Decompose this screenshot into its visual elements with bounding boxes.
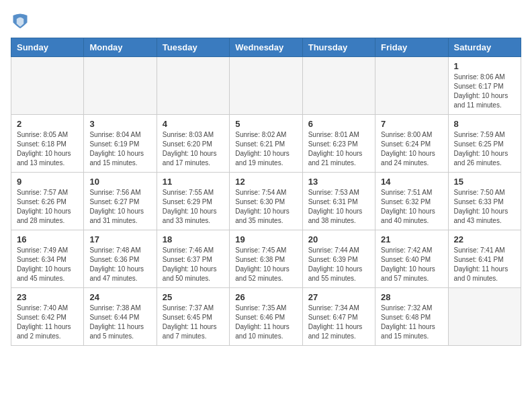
day-number: 5 bbox=[235, 119, 296, 129]
calendar-cell: 23Sunrise: 7:40 AM Sunset: 6:42 PM Dayli… bbox=[11, 288, 84, 346]
calendar-cell: 6Sunrise: 8:01 AM Sunset: 6:23 PM Daylig… bbox=[302, 115, 375, 173]
day-info: Sunrise: 7:40 AM Sunset: 6:42 PM Dayligh… bbox=[17, 304, 78, 341]
day-number: 11 bbox=[163, 177, 224, 187]
calendar-cell: 25Sunrise: 7:37 AM Sunset: 6:45 PM Dayli… bbox=[157, 288, 229, 346]
day-info: Sunrise: 8:02 AM Sunset: 6:21 PM Dayligh… bbox=[235, 130, 296, 168]
day-number: 12 bbox=[235, 177, 296, 187]
calendar-cell bbox=[157, 57, 229, 115]
day-number: 15 bbox=[454, 177, 515, 187]
day-info: Sunrise: 7:37 AM Sunset: 6:45 PM Dayligh… bbox=[163, 304, 224, 341]
day-info: Sunrise: 7:57 AM Sunset: 6:26 PM Dayligh… bbox=[17, 188, 78, 226]
day-info: Sunrise: 8:04 AM Sunset: 6:19 PM Dayligh… bbox=[89, 130, 150, 168]
calendar-cell: 20Sunrise: 7:44 AM Sunset: 6:39 PM Dayli… bbox=[302, 230, 375, 288]
calendar-cell: 18Sunrise: 7:46 AM Sunset: 6:37 PM Dayli… bbox=[157, 230, 229, 288]
calendar-cell: 2Sunrise: 8:05 AM Sunset: 6:18 PM Daylig… bbox=[11, 115, 84, 173]
day-number: 26 bbox=[235, 292, 296, 302]
calendar-body: 1Sunrise: 8:06 AM Sunset: 6:17 PM Daylig… bbox=[11, 57, 521, 346]
day-number: 20 bbox=[308, 234, 369, 244]
calendar-cell bbox=[230, 57, 302, 115]
day-number: 19 bbox=[235, 234, 296, 244]
day-number: 1 bbox=[454, 61, 515, 71]
day-number: 28 bbox=[381, 292, 442, 302]
day-number: 10 bbox=[89, 177, 150, 187]
calendar-cell: 3Sunrise: 8:04 AM Sunset: 6:19 PM Daylig… bbox=[84, 115, 157, 173]
day-info: Sunrise: 7:56 AM Sunset: 6:27 PM Dayligh… bbox=[89, 188, 150, 226]
day-number: 25 bbox=[163, 292, 224, 302]
day-info: Sunrise: 7:49 AM Sunset: 6:34 PM Dayligh… bbox=[17, 246, 78, 283]
calendar-cell: 13Sunrise: 7:53 AM Sunset: 6:31 PM Dayli… bbox=[302, 173, 375, 230]
calendar-header: SundayMondayTuesdayWednesdayThursdayFrid… bbox=[11, 38, 521, 57]
weekday-header-monday: Monday bbox=[84, 38, 157, 57]
calendar-cell: 17Sunrise: 7:48 AM Sunset: 6:36 PM Dayli… bbox=[84, 230, 157, 288]
day-number: 21 bbox=[381, 234, 442, 244]
weekday-header-saturday: Saturday bbox=[448, 38, 521, 57]
calendar-cell bbox=[11, 57, 84, 115]
day-info: Sunrise: 7:35 AM Sunset: 6:46 PM Dayligh… bbox=[235, 304, 296, 341]
day-info: Sunrise: 7:44 AM Sunset: 6:39 PM Dayligh… bbox=[308, 246, 369, 283]
calendar-week-5: 23Sunrise: 7:40 AM Sunset: 6:42 PM Dayli… bbox=[11, 288, 521, 346]
day-number: 6 bbox=[308, 119, 369, 129]
day-number: 7 bbox=[381, 119, 442, 129]
weekday-header-wednesday: Wednesday bbox=[230, 38, 302, 57]
day-info: Sunrise: 7:55 AM Sunset: 6:29 PM Dayligh… bbox=[163, 188, 224, 226]
day-number: 13 bbox=[308, 177, 369, 187]
day-info: Sunrise: 7:48 AM Sunset: 6:36 PM Dayligh… bbox=[89, 246, 150, 283]
day-number: 18 bbox=[163, 234, 224, 244]
day-info: Sunrise: 7:42 AM Sunset: 6:40 PM Dayligh… bbox=[381, 246, 442, 283]
weekday-header-tuesday: Tuesday bbox=[157, 38, 229, 57]
day-info: Sunrise: 7:32 AM Sunset: 6:48 PM Dayligh… bbox=[381, 304, 442, 341]
day-number: 23 bbox=[17, 292, 78, 302]
calendar-cell: 4Sunrise: 8:03 AM Sunset: 6:20 PM Daylig… bbox=[157, 115, 229, 173]
day-info: Sunrise: 7:51 AM Sunset: 6:32 PM Dayligh… bbox=[381, 188, 442, 226]
calendar-cell bbox=[375, 57, 448, 115]
calendar-table: SundayMondayTuesdayWednesdayThursdayFrid… bbox=[11, 38, 521, 346]
calendar-cell: 16Sunrise: 7:49 AM Sunset: 6:34 PM Dayli… bbox=[11, 230, 84, 288]
day-number: 9 bbox=[17, 177, 78, 187]
calendar-cell: 21Sunrise: 7:42 AM Sunset: 6:40 PM Dayli… bbox=[375, 230, 448, 288]
calendar-cell: 22Sunrise: 7:41 AM Sunset: 6:41 PM Dayli… bbox=[448, 230, 521, 288]
calendar-week-1: 1Sunrise: 8:06 AM Sunset: 6:17 PM Daylig… bbox=[11, 57, 521, 115]
day-info: Sunrise: 7:50 AM Sunset: 6:33 PM Dayligh… bbox=[454, 188, 515, 226]
day-info: Sunrise: 7:41 AM Sunset: 6:41 PM Dayligh… bbox=[454, 246, 515, 283]
day-number: 8 bbox=[454, 119, 515, 129]
calendar-cell: 19Sunrise: 7:45 AM Sunset: 6:38 PM Dayli… bbox=[230, 230, 302, 288]
calendar-cell: 27Sunrise: 7:34 AM Sunset: 6:47 PM Dayli… bbox=[302, 288, 375, 346]
day-number: 27 bbox=[308, 292, 369, 302]
day-number: 4 bbox=[163, 119, 224, 129]
day-info: Sunrise: 8:00 AM Sunset: 6:24 PM Dayligh… bbox=[381, 130, 442, 168]
calendar-cell: 10Sunrise: 7:56 AM Sunset: 6:27 PM Dayli… bbox=[84, 173, 157, 230]
day-number: 14 bbox=[381, 177, 442, 187]
calendar-cell: 1Sunrise: 8:06 AM Sunset: 6:17 PM Daylig… bbox=[448, 57, 521, 115]
calendar-cell bbox=[84, 57, 157, 115]
day-info: Sunrise: 8:01 AM Sunset: 6:23 PM Dayligh… bbox=[308, 130, 369, 168]
calendar-week-4: 16Sunrise: 7:49 AM Sunset: 6:34 PM Dayli… bbox=[11, 230, 521, 288]
day-info: Sunrise: 7:34 AM Sunset: 6:47 PM Dayligh… bbox=[308, 304, 369, 341]
logo-icon bbox=[11, 11, 30, 30]
calendar-cell: 26Sunrise: 7:35 AM Sunset: 6:46 PM Dayli… bbox=[230, 288, 302, 346]
header bbox=[11, 11, 521, 30]
calendar-cell: 9Sunrise: 7:57 AM Sunset: 6:26 PM Daylig… bbox=[11, 173, 84, 230]
calendar-cell: 11Sunrise: 7:55 AM Sunset: 6:29 PM Dayli… bbox=[157, 173, 229, 230]
day-number: 16 bbox=[17, 234, 78, 244]
day-info: Sunrise: 7:53 AM Sunset: 6:31 PM Dayligh… bbox=[308, 188, 369, 226]
day-number: 3 bbox=[89, 119, 150, 129]
weekday-header-row: SundayMondayTuesdayWednesdayThursdayFrid… bbox=[11, 38, 521, 57]
calendar-cell: 8Sunrise: 7:59 AM Sunset: 6:25 PM Daylig… bbox=[448, 115, 521, 173]
day-info: Sunrise: 7:59 AM Sunset: 6:25 PM Dayligh… bbox=[454, 130, 515, 168]
calendar-cell: 7Sunrise: 8:00 AM Sunset: 6:24 PM Daylig… bbox=[375, 115, 448, 173]
calendar-cell: 12Sunrise: 7:54 AM Sunset: 6:30 PM Dayli… bbox=[230, 173, 302, 230]
day-info: Sunrise: 8:05 AM Sunset: 6:18 PM Dayligh… bbox=[17, 130, 78, 168]
day-number: 22 bbox=[454, 234, 515, 244]
day-info: Sunrise: 8:06 AM Sunset: 6:17 PM Dayligh… bbox=[454, 73, 515, 110]
day-info: Sunrise: 8:03 AM Sunset: 6:20 PM Dayligh… bbox=[163, 130, 224, 168]
weekday-header-thursday: Thursday bbox=[302, 38, 375, 57]
day-info: Sunrise: 7:54 AM Sunset: 6:30 PM Dayligh… bbox=[235, 188, 296, 226]
calendar-cell bbox=[448, 288, 521, 346]
day-info: Sunrise: 7:46 AM Sunset: 6:37 PM Dayligh… bbox=[163, 246, 224, 283]
day-number: 17 bbox=[89, 234, 150, 244]
calendar-week-2: 2Sunrise: 8:05 AM Sunset: 6:18 PM Daylig… bbox=[11, 115, 521, 173]
logo bbox=[11, 11, 32, 30]
weekday-header-friday: Friday bbox=[375, 38, 448, 57]
calendar-cell: 15Sunrise: 7:50 AM Sunset: 6:33 PM Dayli… bbox=[448, 173, 521, 230]
day-number: 24 bbox=[89, 292, 150, 302]
